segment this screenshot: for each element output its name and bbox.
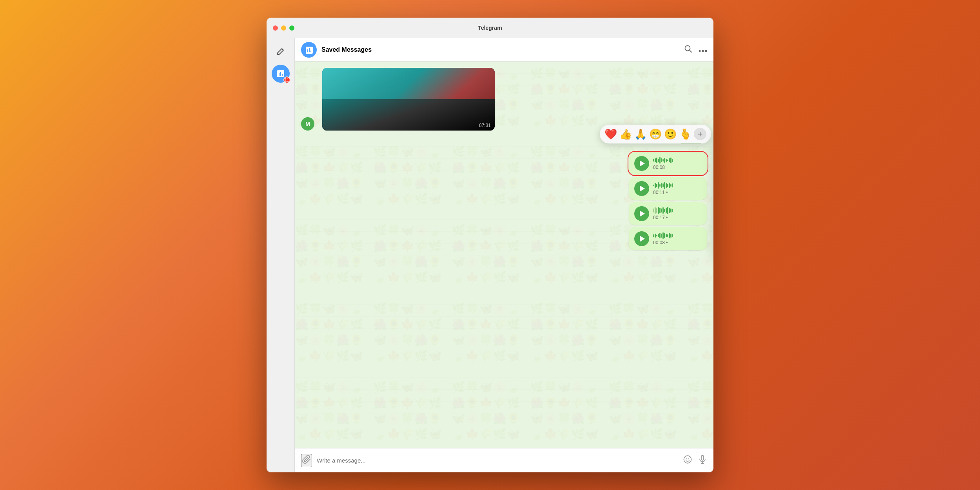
audio-message-3[interactable]: 00:17 •	[629, 202, 707, 225]
reaction-point[interactable]: 🫰	[679, 128, 691, 140]
audio-info-4: 00:08 •	[653, 232, 702, 245]
svg-point-4	[705, 50, 707, 52]
user-avatar[interactable]: 11	[272, 65, 290, 83]
video-thumbnail: 07:31	[322, 68, 495, 131]
audio-group-wrapper: ❤️ 👍 🙏 😁 🙂 🫰	[301, 149, 707, 250]
svg-rect-11	[701, 456, 704, 460]
titlebar: Telegram	[267, 18, 713, 38]
play-button-3[interactable]	[634, 206, 649, 221]
audio-info-2: 00:11 •	[653, 182, 702, 195]
video-bubble: 07:31	[322, 68, 495, 131]
window-title: Telegram	[478, 25, 502, 31]
video-timestamp: 07:31	[479, 123, 491, 128]
traffic-lights	[273, 25, 294, 31]
fullscreen-button[interactable]	[289, 25, 294, 31]
chat-area: Saved Messages	[295, 38, 713, 472]
reaction-smile[interactable]: 🙂	[664, 128, 677, 140]
svg-point-9	[686, 458, 687, 459]
input-right-icons	[683, 455, 707, 466]
play-button-2[interactable]	[634, 181, 649, 196]
audio-message-4[interactable]: 00:08 •	[629, 227, 707, 250]
messages-area: M 07:31 Today	[295, 62, 713, 448]
sender-avatar: M	[301, 117, 314, 131]
svg-point-10	[688, 458, 689, 459]
chat-avatar	[301, 42, 317, 58]
video-content	[322, 68, 495, 131]
main-layout: 11 Saved Messages	[267, 38, 713, 472]
message-input[interactable]	[317, 457, 678, 464]
svg-point-2	[699, 50, 701, 52]
reaction-more-button[interactable]	[694, 128, 706, 140]
emoji-button[interactable]	[683, 455, 692, 466]
compose-button[interactable]	[272, 43, 289, 60]
reaction-heart[interactable]: ❤️	[604, 128, 617, 140]
close-button[interactable]	[273, 25, 278, 31]
video-message-row: M 07:31	[301, 68, 707, 131]
audio-duration-4: 00:08 •	[653, 240, 702, 245]
audio-messages-group: 00:08	[629, 152, 707, 250]
waveform-1	[653, 157, 702, 164]
audio-message-2[interactable]: 00:11 •	[629, 177, 707, 200]
svg-line-1	[690, 50, 691, 52]
audio-messages-with-context: ❤️ 👍 🙏 😁 🙂 🫰	[629, 149, 707, 250]
reaction-bar: ❤️ 👍 🙏 😁 🙂 🫰	[600, 125, 711, 143]
audio-info-1: 00:08	[653, 157, 702, 170]
waveform-4	[653, 232, 702, 239]
search-button[interactable]	[684, 44, 692, 55]
audio-duration-3: 00:17 •	[653, 215, 702, 220]
header-actions	[684, 44, 707, 55]
svg-point-8	[684, 456, 691, 463]
voice-button[interactable]	[698, 455, 707, 466]
more-button[interactable]	[699, 45, 707, 54]
svg-point-3	[702, 50, 704, 52]
sidebar: 11	[267, 38, 295, 472]
chat-header: Saved Messages	[295, 38, 713, 62]
unread-badge: 11	[283, 76, 290, 83]
reaction-grin[interactable]: 😁	[649, 128, 662, 140]
telegram-window: Telegram 11	[267, 18, 713, 472]
minimize-button[interactable]	[281, 25, 286, 31]
waveform-2	[653, 182, 702, 189]
messages-container: M 07:31 Today	[301, 68, 707, 258]
input-area	[295, 448, 713, 472]
audio-info-3: 00:17 •	[653, 207, 702, 220]
play-button-1[interactable]	[634, 156, 649, 171]
audio-message-1[interactable]: 00:08	[629, 152, 707, 175]
audio-duration-1: 00:08	[653, 165, 702, 170]
chat-title: Saved Messages	[321, 46, 679, 53]
reaction-pray[interactable]: 🙏	[634, 128, 647, 140]
waveform-3	[653, 207, 702, 214]
audio-duration-2: 00:11 •	[653, 190, 702, 195]
reaction-thumbsup[interactable]: 👍	[619, 128, 632, 140]
attach-button[interactable]	[301, 454, 312, 467]
play-button-4[interactable]	[634, 231, 649, 246]
